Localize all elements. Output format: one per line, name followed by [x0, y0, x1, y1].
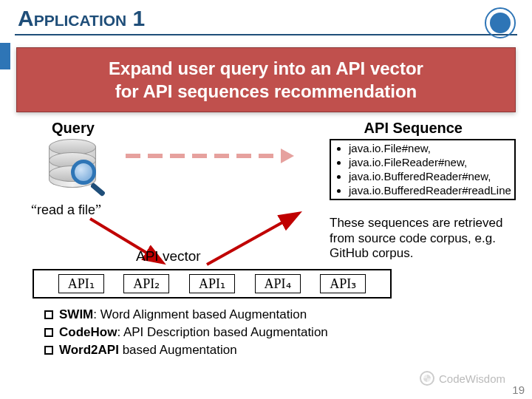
- red-arrow-right-icon: [201, 210, 304, 269]
- api-sequence-item: java.io.BufferedReader#readLine: [349, 184, 511, 198]
- title-underline: [15, 34, 517, 35]
- watermark: CodeWisdom: [420, 371, 505, 386]
- database-search-icon: [49, 139, 108, 197]
- api-vector-label: API vector: [136, 248, 201, 265]
- api-sequence-box: java.io.File#new, java.io.FileReader#new…: [330, 139, 516, 200]
- list-item: Word2API based Augmentation: [44, 341, 328, 359]
- watermark-text: CodeWisdom: [439, 372, 505, 385]
- dashed-arrow-icon: [126, 151, 310, 161]
- api-chip: API₁: [189, 274, 235, 293]
- api-sequence-item: java.io.File#new,: [349, 142, 511, 156]
- side-accent: [0, 43, 10, 69]
- api-chip: API₄: [255, 274, 301, 293]
- api-sequence-item: java.io.FileReader#new,: [349, 156, 511, 170]
- api-sequence-label: API Sequence: [364, 120, 463, 137]
- title-bar: Application 1: [0, 0, 532, 38]
- banner: Expand user query into an API vector for…: [16, 47, 516, 112]
- page-number: 19: [512, 383, 525, 396]
- api-chip: API₃: [320, 274, 366, 293]
- list-item: SWIM: Word Alignment based Augmentation: [44, 306, 328, 324]
- api-chip: API₂: [123, 274, 169, 293]
- api-chip: API₁: [58, 274, 104, 293]
- banner-line-1: Expand user query into an API vector: [24, 57, 508, 80]
- banner-line-2: for API sequences recommendation: [24, 80, 508, 103]
- sequence-note: These sequences are retrieved from sourc…: [330, 216, 516, 261]
- slide-title: Application 1: [18, 6, 145, 30]
- augmentation-list: SWIM: Word Alignment based Augmentation …: [44, 306, 328, 358]
- watermark-logo-icon: [420, 371, 434, 386]
- query-label: Query: [52, 120, 95, 137]
- svg-line-1: [207, 214, 297, 265]
- university-logo: [485, 7, 516, 38]
- api-vector-box: API₁ API₂ API₁ API₄ API₃: [33, 269, 392, 299]
- api-sequence-item: java.io.BufferedReader#new,: [349, 170, 511, 184]
- list-item: CodeHow: API Description based Augmentat…: [44, 324, 328, 341]
